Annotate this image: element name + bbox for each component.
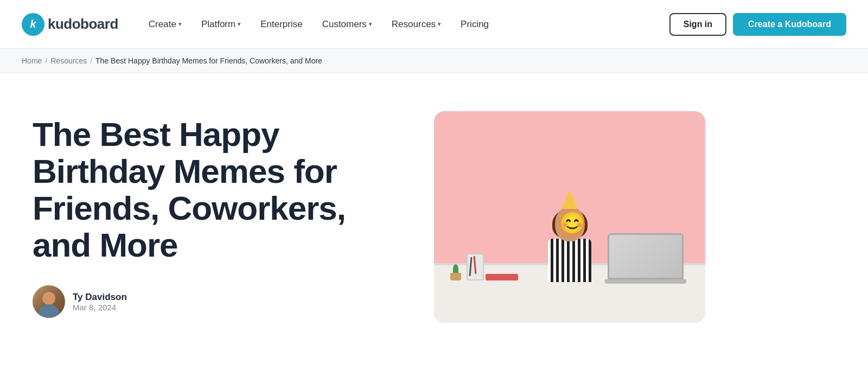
nav-label-customers: Customers xyxy=(322,19,367,30)
nav-label-enterprise: Enterprise xyxy=(260,19,302,30)
hero-image xyxy=(434,111,705,323)
scene-person-body xyxy=(548,239,591,282)
logo-icon: k xyxy=(22,13,44,36)
nav-item-enterprise[interactable]: Enterprise xyxy=(252,15,311,34)
scene-plant xyxy=(450,265,461,280)
scene-party-hat xyxy=(561,190,578,209)
breadcrumb-separator-2: / xyxy=(90,56,92,65)
nav-item-customers[interactable]: Customers ▾ xyxy=(314,15,381,34)
nav-links: Create ▾ Platform ▾ Enterprise Customers… xyxy=(140,15,669,34)
avatar-face xyxy=(33,285,65,318)
hero-section: The Best Happy Birthday Memes for Friend… xyxy=(0,73,868,350)
chevron-down-icon: ▾ xyxy=(438,21,441,28)
laptop-base xyxy=(605,279,686,284)
plant-pot xyxy=(450,273,461,280)
laptop-screen xyxy=(608,233,684,279)
scene-notebook xyxy=(486,274,518,280)
nav-item-platform[interactable]: Platform ▾ xyxy=(193,15,250,34)
hero-image-scene xyxy=(434,111,705,323)
nav-item-pricing[interactable]: Pricing xyxy=(452,15,497,34)
navbar: k kudoboard Create ▾ Platform ▾ Enterpri… xyxy=(0,0,868,49)
nav-item-resources[interactable]: Resources ▾ xyxy=(383,15,450,34)
scene-laptop xyxy=(608,233,684,282)
scene-pen-holder xyxy=(467,253,484,280)
breadcrumb-bar: Home / Resources / The Best Happy Birthd… xyxy=(0,49,868,73)
nav-item-create[interactable]: Create ▾ xyxy=(140,15,190,34)
nav-label-resources: Resources xyxy=(392,19,436,30)
nav-label-pricing: Pricing xyxy=(461,19,489,30)
nav-label-platform: Platform xyxy=(201,19,235,30)
scene-person xyxy=(548,206,591,282)
nav-actions: Sign in Create a Kudoboard xyxy=(669,13,846,36)
breadcrumb: Home / Resources / The Best Happy Birthd… xyxy=(22,56,846,65)
hero-title: The Best Happy Birthday Memes for Friend… xyxy=(33,116,401,264)
nav-label-create: Create xyxy=(149,19,176,30)
author-date: Mar 8, 2024 xyxy=(73,303,127,312)
breadcrumb-resources[interactable]: Resources xyxy=(50,56,87,65)
chevron-down-icon: ▾ xyxy=(238,21,241,28)
author-section: Ty Davidson Mar 8, 2024 xyxy=(33,285,401,318)
scene-person-head xyxy=(555,206,585,241)
chevron-down-icon: ▾ xyxy=(369,21,372,28)
create-kudoboard-button[interactable]: Create a Kudoboard xyxy=(733,13,846,36)
logo-link[interactable]: k kudoboard xyxy=(22,13,118,36)
breadcrumb-home[interactable]: Home xyxy=(22,56,42,65)
breadcrumb-current: The Best Happy Birthday Memes for Friend… xyxy=(95,56,322,65)
logo-text: kudoboard xyxy=(48,16,118,33)
author-info: Ty Davidson Mar 8, 2024 xyxy=(73,292,127,312)
hero-content: The Best Happy Birthday Memes for Friend… xyxy=(33,116,401,318)
author-avatar xyxy=(33,285,65,318)
breadcrumb-separator-1: / xyxy=(45,56,47,65)
chevron-down-icon: ▾ xyxy=(178,21,182,28)
author-name: Ty Davidson xyxy=(73,292,127,303)
signin-button[interactable]: Sign in xyxy=(669,13,726,36)
